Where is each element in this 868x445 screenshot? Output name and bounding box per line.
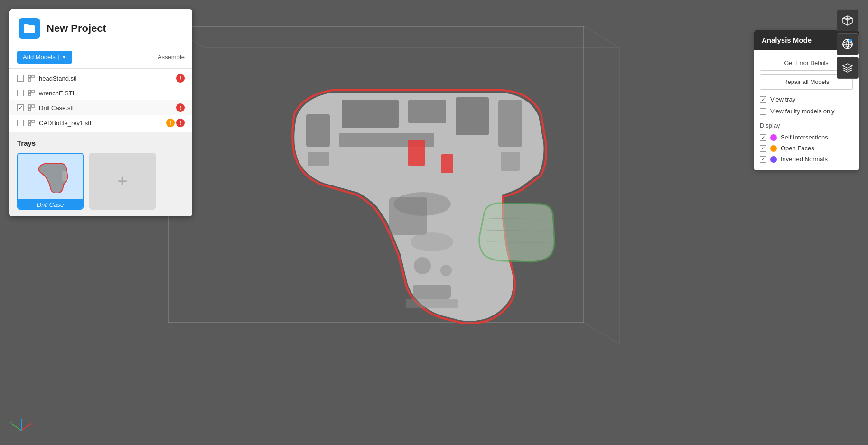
network-view-button[interactable]: !	[837, 33, 859, 55]
mesh-icon	[28, 89, 35, 97]
model-name: headStand.stl	[39, 75, 172, 82]
svg-rect-39	[32, 120, 34, 122]
display-section: Display Self Intersections Open Faces In…	[760, 122, 853, 165]
tray-thumbnail	[18, 154, 83, 199]
axes-indicator: x y z	[9, 412, 33, 436]
view-tray-checkbox[interactable]	[760, 96, 766, 103]
network-icon: !	[841, 37, 854, 51]
trays-title: Trays	[17, 139, 185, 147]
models-list: headStand.stl ! wrenchE.STL ✓ Drill Case…	[9, 69, 192, 132]
view-faulty-label: View faulty models only	[770, 108, 835, 115]
model-name: Drill Case.stl	[39, 104, 172, 111]
display-title: Display	[760, 122, 853, 129]
svg-rect-11	[456, 97, 489, 135]
svg-point-20	[414, 257, 431, 274]
svg-point-19	[411, 232, 453, 251]
mesh-icon	[28, 104, 35, 111]
svg-rect-10	[408, 100, 446, 123]
folder-icon	[23, 22, 36, 35]
svg-rect-40	[28, 123, 31, 126]
svg-rect-23	[406, 299, 458, 308]
inverted-normals-label: Inverted Normals	[781, 156, 828, 163]
svg-text:y: y	[10, 420, 12, 424]
error-badge: !	[176, 103, 185, 112]
svg-rect-36	[32, 105, 34, 107]
inverted-normals-item: Inverted Normals	[760, 154, 853, 165]
model-item[interactable]: CADBottle_rev1.stl ! !	[9, 115, 192, 130]
svg-text:x: x	[31, 422, 33, 426]
cube-view-button[interactable]	[837, 9, 859, 31]
self-intersections-item: Self Intersections	[760, 132, 853, 143]
open-faces-label: Open Faces	[781, 145, 814, 152]
left-panel: New Project Add Models ▼ Assemble headSt…	[9, 9, 192, 216]
view-faulty-row: View faulty models only	[760, 105, 853, 117]
view-tray-label: View tray	[770, 96, 795, 103]
model-checkbox[interactable]	[17, 90, 24, 96]
model-checkbox[interactable]	[17, 75, 24, 82]
svg-rect-13	[498, 100, 522, 147]
svg-rect-41	[62, 171, 67, 181]
model-name: CADBottle_rev1.stl	[39, 120, 162, 127]
svg-rect-18	[389, 197, 427, 235]
plus-icon: +	[117, 171, 127, 191]
inverted-normals-checkbox[interactable]	[760, 156, 766, 163]
svg-line-52	[12, 424, 21, 431]
layers-icon	[841, 61, 854, 74]
svg-rect-30	[32, 75, 34, 78]
svg-rect-16	[441, 154, 453, 173]
svg-text:z: z	[20, 414, 22, 418]
model-item[interactable]: wrenchE.STL	[9, 86, 192, 100]
tray-preview-icon	[31, 160, 69, 193]
self-intersections-dot	[770, 134, 777, 141]
svg-rect-9	[342, 100, 399, 128]
add-models-label: Add Models	[23, 54, 56, 61]
add-tray-button[interactable]: +	[89, 153, 156, 210]
svg-rect-22	[413, 285, 451, 299]
badge-group: ! !	[166, 119, 185, 127]
error-badge: !	[176, 74, 185, 83]
svg-rect-35	[28, 105, 31, 107]
tray-label-active: Drill Case	[18, 199, 83, 210]
dropdown-chevron-icon: ▼	[58, 55, 66, 60]
project-header: New Project	[9, 9, 192, 46]
trays-list: Drill Case +	[17, 153, 185, 210]
model-item[interactable]: headStand.stl !	[9, 71, 192, 86]
error-badge: !	[176, 119, 185, 127]
svg-rect-38	[28, 120, 31, 122]
green-shape-svg	[475, 199, 560, 266]
project-icon	[19, 18, 40, 39]
axes-svg: x y z	[9, 412, 33, 436]
view-faulty-checkbox[interactable]	[760, 108, 766, 115]
svg-rect-37	[28, 108, 31, 111]
right-toolbar: !	[837, 9, 859, 79]
svg-line-5	[584, 26, 619, 47]
mesh-icon	[28, 119, 35, 127]
tray-item-active[interactable]: Drill Case	[17, 153, 84, 210]
svg-rect-32	[28, 90, 31, 93]
layers-view-button[interactable]	[837, 57, 859, 79]
self-intersections-checkbox[interactable]	[760, 134, 766, 141]
model-item[interactable]: ✓ Drill Case.stl !	[9, 100, 192, 115]
assemble-button[interactable]: Assemble	[158, 54, 185, 61]
svg-rect-15	[408, 140, 425, 166]
model-name: wrenchE.STL	[39, 90, 185, 97]
self-intersections-label: Self Intersections	[781, 134, 828, 141]
project-title: New Project	[47, 22, 106, 35]
warning-badge: !	[166, 119, 175, 127]
svg-line-6	[584, 323, 619, 344]
add-models-button[interactable]: Add Models ▼	[17, 51, 72, 64]
open-faces-dot	[770, 145, 777, 152]
svg-text:!: !	[850, 39, 850, 42]
svg-rect-31	[28, 79, 31, 81]
svg-rect-24	[306, 114, 330, 147]
svg-rect-25	[308, 152, 329, 166]
model-checkbox[interactable]	[17, 120, 24, 126]
svg-rect-14	[501, 152, 520, 171]
models-toolbar: Add Models ▼ Assemble	[9, 46, 192, 69]
model-checkbox-checked[interactable]: ✓	[17, 104, 24, 111]
open-faces-item: Open Faces	[760, 143, 853, 154]
cube-icon	[841, 14, 854, 27]
open-faces-checkbox[interactable]	[760, 145, 766, 152]
svg-rect-29	[28, 75, 31, 78]
inverted-normals-dot	[770, 156, 777, 163]
